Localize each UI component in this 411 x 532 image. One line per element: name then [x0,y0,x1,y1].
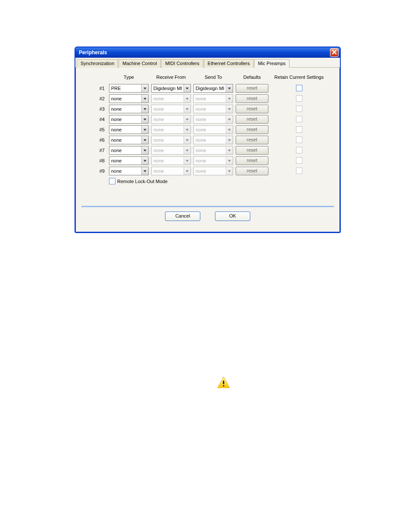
receive-dropdown: none [151,167,191,175]
row-number: #1 [81,86,106,91]
chevron-down-icon [141,146,148,154]
type-value: PRE [111,86,121,91]
svg-rect-1 [223,380,224,384]
column-headers: Type Receive From Send To Defaults Retai… [81,75,334,80]
retain-checkbox[interactable] [296,85,302,91]
ok-button[interactable]: OK [215,212,250,221]
send-value: none [196,117,206,122]
retain-cell [271,85,327,92]
remote-lockout-row: Remote Lock-Out Mode [109,178,334,184]
chevron-down-icon [141,136,148,144]
reset-button[interactable]: reset [236,125,268,134]
chevron-down-icon [226,115,233,123]
receive-dropdown: none [151,136,191,144]
tabstrip: SynchronizationMachine ControlMIDI Contr… [75,58,340,68]
separator [81,206,334,207]
chevron-down-icon [141,95,148,103]
chevron-down-icon [226,105,233,113]
type-value: none [111,168,121,174]
type-dropdown[interactable]: none [109,156,149,165]
type-dropdown[interactable]: PRE [109,84,149,93]
chevron-down-icon [184,167,190,175]
retain-cell [271,168,327,175]
preamp-row: #8nonenonenonereset [81,156,334,165]
col-receive: Receive From [151,75,191,80]
tab-ethernet-controllers[interactable]: Ethernet Controllers [204,59,254,68]
cancel-button[interactable]: Cancel [165,212,200,221]
type-value: none [111,106,121,112]
chevron-down-icon [141,126,148,134]
receive-dropdown: none [151,105,191,113]
reset-button[interactable]: reset [236,167,268,175]
preamp-row: #1PREDigidesign MIDigidesign MIreset [81,84,334,93]
remote-lockout-checkbox[interactable] [109,178,115,184]
retain-cell [271,95,327,103]
preamp-row: #7nonenonenonereset [81,146,334,155]
type-dropdown[interactable]: none [109,125,149,134]
receive-value: none [153,106,164,112]
peripherals-dialog: Peripherals SynchronizationMachine Contr… [75,47,341,233]
receive-dropdown[interactable]: Digidesign MI [151,84,191,93]
svg-point-0 [223,385,224,386]
tab-mic-preamps[interactable]: Mic Preamps [254,59,290,68]
tab-synchronization[interactable]: Synchronization [77,59,118,68]
receive-value: none [153,117,164,122]
retain-checkbox [296,106,302,112]
retain-checkbox [296,157,302,164]
send-value: none [196,96,206,101]
tab-machine-control[interactable]: Machine Control [118,59,161,68]
close-icon [332,50,337,56]
type-dropdown[interactable]: none [109,115,149,124]
row-number: #3 [81,106,106,112]
reset-button[interactable]: reset [236,94,268,103]
type-dropdown[interactable]: none [109,105,149,113]
receive-dropdown: none [151,125,191,134]
receive-value: Digidesign MI [153,86,182,91]
reset-button[interactable]: reset [236,146,268,155]
receive-value: none [153,148,164,153]
type-dropdown[interactable]: none [109,136,149,144]
chevron-down-icon [226,146,233,154]
retain-checkbox [296,137,302,143]
row-number: #7 [81,148,106,153]
type-dropdown[interactable]: none [109,94,149,103]
close-button[interactable] [330,48,339,57]
chevron-down-icon [226,157,233,165]
chevron-down-icon [226,95,233,103]
chevron-down-icon [141,105,148,113]
retain-checkbox [296,95,302,102]
retain-checkbox [296,168,302,174]
reset-button[interactable]: reset [236,105,268,113]
type-value: none [111,158,121,163]
retain-checkbox [296,116,302,122]
chevron-down-icon [141,84,148,92]
type-dropdown[interactable]: none [109,167,149,175]
preamp-row: #3nonenonenonereset [81,105,334,113]
type-dropdown[interactable]: none [109,146,149,155]
reset-button[interactable]: reset [236,156,268,165]
row-number: #5 [81,127,106,132]
receive-value: none [153,96,164,101]
send-value: none [196,148,206,153]
chevron-down-icon [184,157,190,165]
preamp-row: #4nonenonenonereset [81,115,334,124]
chevron-down-icon [141,167,148,175]
send-dropdown: none [193,125,233,134]
reset-button[interactable]: reset [236,115,268,124]
send-dropdown: none [193,136,233,144]
type-value: none [111,96,121,101]
chevron-down-icon [141,115,148,123]
send-dropdown: none [193,146,233,155]
dialog-content: Type Receive From Send To Defaults Retai… [75,68,340,232]
preamp-row: #6nonenonenonereset [81,136,334,144]
retain-cell [271,106,327,113]
retain-cell [271,157,327,165]
reset-button[interactable]: reset [236,84,268,93]
receive-value: none [153,127,164,132]
row-number: #6 [81,137,106,143]
receive-dropdown: none [151,94,191,103]
tab-midi-controllers[interactable]: MIDI Controllers [161,59,203,68]
reset-button[interactable]: reset [236,136,268,144]
send-dropdown[interactable]: Digidesign MI [193,84,233,93]
retain-cell [271,137,327,144]
